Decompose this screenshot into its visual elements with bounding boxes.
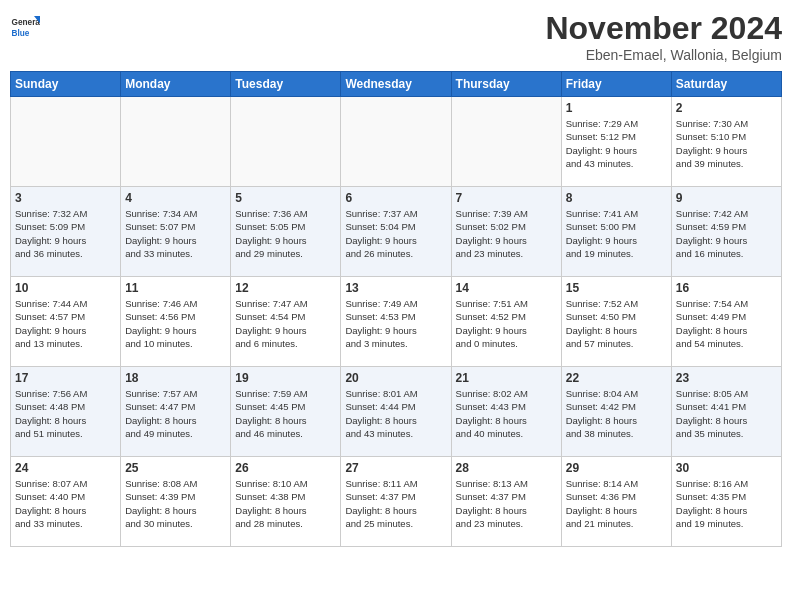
calendar-cell: 25Sunrise: 8:08 AM Sunset: 4:39 PM Dayli…	[121, 457, 231, 547]
calendar-cell: 22Sunrise: 8:04 AM Sunset: 4:42 PM Dayli…	[561, 367, 671, 457]
day-info: Sunrise: 7:56 AM Sunset: 4:48 PM Dayligh…	[15, 387, 116, 440]
day-info: Sunrise: 7:32 AM Sunset: 5:09 PM Dayligh…	[15, 207, 116, 260]
day-number: 5	[235, 191, 336, 205]
calendar-cell	[341, 97, 451, 187]
calendar-cell: 18Sunrise: 7:57 AM Sunset: 4:47 PM Dayli…	[121, 367, 231, 457]
calendar-cell: 8Sunrise: 7:41 AM Sunset: 5:00 PM Daylig…	[561, 187, 671, 277]
day-number: 26	[235, 461, 336, 475]
day-number: 18	[125, 371, 226, 385]
day-info: Sunrise: 8:07 AM Sunset: 4:40 PM Dayligh…	[15, 477, 116, 530]
day-number: 14	[456, 281, 557, 295]
day-info: Sunrise: 8:08 AM Sunset: 4:39 PM Dayligh…	[125, 477, 226, 530]
header-day-sunday: Sunday	[11, 72, 121, 97]
day-number: 23	[676, 371, 777, 385]
day-info: Sunrise: 7:36 AM Sunset: 5:05 PM Dayligh…	[235, 207, 336, 260]
header-day-tuesday: Tuesday	[231, 72, 341, 97]
calendar-cell: 21Sunrise: 8:02 AM Sunset: 4:43 PM Dayli…	[451, 367, 561, 457]
header-day-monday: Monday	[121, 72, 231, 97]
day-number: 2	[676, 101, 777, 115]
day-info: Sunrise: 7:49 AM Sunset: 4:53 PM Dayligh…	[345, 297, 446, 350]
svg-text:Blue: Blue	[12, 29, 30, 38]
day-number: 4	[125, 191, 226, 205]
title-section: November 2024 Eben-Emael, Wallonia, Belg…	[545, 10, 782, 63]
calendar-cell: 6Sunrise: 7:37 AM Sunset: 5:04 PM Daylig…	[341, 187, 451, 277]
day-number: 30	[676, 461, 777, 475]
day-info: Sunrise: 7:52 AM Sunset: 4:50 PM Dayligh…	[566, 297, 667, 350]
month-title: November 2024	[545, 10, 782, 47]
day-info: Sunrise: 8:10 AM Sunset: 4:38 PM Dayligh…	[235, 477, 336, 530]
day-number: 6	[345, 191, 446, 205]
calendar-cell: 15Sunrise: 7:52 AM Sunset: 4:50 PM Dayli…	[561, 277, 671, 367]
calendar-cell	[231, 97, 341, 187]
day-info: Sunrise: 8:14 AM Sunset: 4:36 PM Dayligh…	[566, 477, 667, 530]
header-day-thursday: Thursday	[451, 72, 561, 97]
day-number: 16	[676, 281, 777, 295]
calendar-cell: 2Sunrise: 7:30 AM Sunset: 5:10 PM Daylig…	[671, 97, 781, 187]
day-info: Sunrise: 8:01 AM Sunset: 4:44 PM Dayligh…	[345, 387, 446, 440]
day-info: Sunrise: 8:13 AM Sunset: 4:37 PM Dayligh…	[456, 477, 557, 530]
day-info: Sunrise: 8:04 AM Sunset: 4:42 PM Dayligh…	[566, 387, 667, 440]
day-info: Sunrise: 7:51 AM Sunset: 4:52 PM Dayligh…	[456, 297, 557, 350]
day-number: 15	[566, 281, 667, 295]
calendar-cell: 24Sunrise: 8:07 AM Sunset: 4:40 PM Dayli…	[11, 457, 121, 547]
calendar-week-row: 24Sunrise: 8:07 AM Sunset: 4:40 PM Dayli…	[11, 457, 782, 547]
calendar-cell: 11Sunrise: 7:46 AM Sunset: 4:56 PM Dayli…	[121, 277, 231, 367]
day-number: 27	[345, 461, 446, 475]
day-info: Sunrise: 7:46 AM Sunset: 4:56 PM Dayligh…	[125, 297, 226, 350]
day-info: Sunrise: 7:57 AM Sunset: 4:47 PM Dayligh…	[125, 387, 226, 440]
calendar-cell: 27Sunrise: 8:11 AM Sunset: 4:37 PM Dayli…	[341, 457, 451, 547]
day-info: Sunrise: 7:29 AM Sunset: 5:12 PM Dayligh…	[566, 117, 667, 170]
day-info: Sunrise: 7:34 AM Sunset: 5:07 PM Dayligh…	[125, 207, 226, 260]
calendar-cell: 7Sunrise: 7:39 AM Sunset: 5:02 PM Daylig…	[451, 187, 561, 277]
calendar-cell: 9Sunrise: 7:42 AM Sunset: 4:59 PM Daylig…	[671, 187, 781, 277]
day-number: 25	[125, 461, 226, 475]
day-number: 12	[235, 281, 336, 295]
calendar-cell: 23Sunrise: 8:05 AM Sunset: 4:41 PM Dayli…	[671, 367, 781, 457]
day-info: Sunrise: 7:41 AM Sunset: 5:00 PM Dayligh…	[566, 207, 667, 260]
day-number: 21	[456, 371, 557, 385]
calendar-cell: 20Sunrise: 8:01 AM Sunset: 4:44 PM Dayli…	[341, 367, 451, 457]
logo: General Blue	[10, 10, 40, 40]
day-info: Sunrise: 8:11 AM Sunset: 4:37 PM Dayligh…	[345, 477, 446, 530]
calendar-cell: 28Sunrise: 8:13 AM Sunset: 4:37 PM Dayli…	[451, 457, 561, 547]
calendar-cell: 19Sunrise: 7:59 AM Sunset: 4:45 PM Dayli…	[231, 367, 341, 457]
calendar-cell: 30Sunrise: 8:16 AM Sunset: 4:35 PM Dayli…	[671, 457, 781, 547]
calendar-header-row: SundayMondayTuesdayWednesdayThursdayFrid…	[11, 72, 782, 97]
day-number: 1	[566, 101, 667, 115]
day-info: Sunrise: 7:39 AM Sunset: 5:02 PM Dayligh…	[456, 207, 557, 260]
day-number: 17	[15, 371, 116, 385]
calendar-cell: 3Sunrise: 7:32 AM Sunset: 5:09 PM Daylig…	[11, 187, 121, 277]
day-number: 19	[235, 371, 336, 385]
calendar-cell: 13Sunrise: 7:49 AM Sunset: 4:53 PM Dayli…	[341, 277, 451, 367]
calendar-cell: 16Sunrise: 7:54 AM Sunset: 4:49 PM Dayli…	[671, 277, 781, 367]
day-info: Sunrise: 7:47 AM Sunset: 4:54 PM Dayligh…	[235, 297, 336, 350]
day-number: 3	[15, 191, 116, 205]
header-day-wednesday: Wednesday	[341, 72, 451, 97]
day-info: Sunrise: 8:02 AM Sunset: 4:43 PM Dayligh…	[456, 387, 557, 440]
calendar-cell: 4Sunrise: 7:34 AM Sunset: 5:07 PM Daylig…	[121, 187, 231, 277]
day-number: 22	[566, 371, 667, 385]
logo-icon: General Blue	[10, 10, 40, 40]
calendar-cell: 5Sunrise: 7:36 AM Sunset: 5:05 PM Daylig…	[231, 187, 341, 277]
header-day-friday: Friday	[561, 72, 671, 97]
calendar-cell: 17Sunrise: 7:56 AM Sunset: 4:48 PM Dayli…	[11, 367, 121, 457]
calendar-cell: 1Sunrise: 7:29 AM Sunset: 5:12 PM Daylig…	[561, 97, 671, 187]
header-day-saturday: Saturday	[671, 72, 781, 97]
day-number: 13	[345, 281, 446, 295]
location-subtitle: Eben-Emael, Wallonia, Belgium	[545, 47, 782, 63]
calendar-table: SundayMondayTuesdayWednesdayThursdayFrid…	[10, 71, 782, 547]
day-info: Sunrise: 7:59 AM Sunset: 4:45 PM Dayligh…	[235, 387, 336, 440]
day-info: Sunrise: 7:42 AM Sunset: 4:59 PM Dayligh…	[676, 207, 777, 260]
calendar-week-row: 17Sunrise: 7:56 AM Sunset: 4:48 PM Dayli…	[11, 367, 782, 457]
day-number: 8	[566, 191, 667, 205]
calendar-cell	[121, 97, 231, 187]
day-info: Sunrise: 7:44 AM Sunset: 4:57 PM Dayligh…	[15, 297, 116, 350]
calendar-cell: 10Sunrise: 7:44 AM Sunset: 4:57 PM Dayli…	[11, 277, 121, 367]
day-number: 28	[456, 461, 557, 475]
day-info: Sunrise: 8:05 AM Sunset: 4:41 PM Dayligh…	[676, 387, 777, 440]
day-info: Sunrise: 7:54 AM Sunset: 4:49 PM Dayligh…	[676, 297, 777, 350]
calendar-cell	[11, 97, 121, 187]
calendar-cell: 29Sunrise: 8:14 AM Sunset: 4:36 PM Dayli…	[561, 457, 671, 547]
calendar-cell: 14Sunrise: 7:51 AM Sunset: 4:52 PM Dayli…	[451, 277, 561, 367]
day-number: 7	[456, 191, 557, 205]
